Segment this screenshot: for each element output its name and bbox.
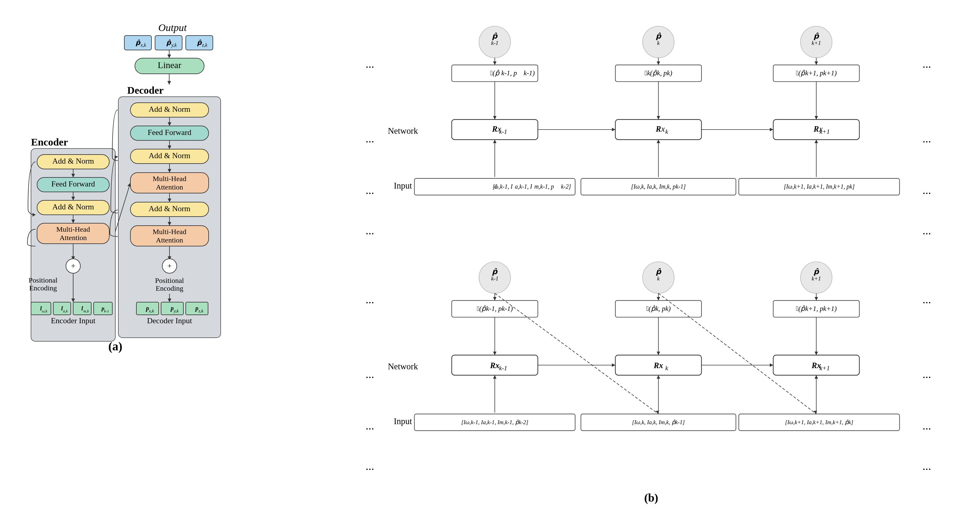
svg-text:𝓛(p̂k+1, pk+1): 𝓛(p̂k+1, pk+1) bbox=[796, 69, 837, 77]
svg-text:Multi-Head: Multi-Head bbox=[56, 225, 90, 233]
svg-text:p̂: p̂ bbox=[655, 268, 662, 276]
svg-text:Positional: Positional bbox=[155, 277, 184, 284]
svg-text:Output: Output bbox=[158, 22, 187, 33]
svg-text:p̂: p̂ bbox=[813, 32, 819, 40]
svg-text:p̂: p̂ bbox=[135, 39, 141, 46]
svg-text:Encoder Input: Encoder Input bbox=[51, 316, 95, 325]
svg-text:Encoder: Encoder bbox=[31, 137, 68, 148]
svg-text:p: p bbox=[145, 305, 149, 312]
architecture-diagram: Output p̂ x,k p̂ y,k p̂ z,k Linear D bbox=[25, 19, 320, 507]
svg-marker-235 bbox=[770, 363, 773, 366]
svg-text:k-1: k-1 bbox=[499, 128, 507, 135]
left-panel: Output p̂ x,k p̂ y,k p̂ z,k Linear D bbox=[21, 19, 325, 513]
svg-text:Network: Network bbox=[388, 362, 418, 371]
svg-marker-213 bbox=[657, 375, 660, 378]
svg-text:k+1: k+1 bbox=[819, 365, 829, 372]
svg-text:p̂: p̂ bbox=[655, 32, 662, 40]
svg-text:Attention: Attention bbox=[156, 236, 183, 244]
svg-text:m,k: m,k bbox=[83, 309, 89, 313]
svg-text:···: ··· bbox=[366, 61, 374, 73]
svg-text:k: k bbox=[665, 128, 668, 135]
svg-text:𝓛k(p̂k, pk): 𝓛k(p̂k, pk) bbox=[644, 69, 672, 77]
svg-text:R: R bbox=[492, 124, 497, 134]
svg-marker-128 bbox=[493, 140, 496, 143]
svg-text:[Iω,k, Ia,k, Im,k, p̂k-1]: [Iω,k, Ia,k, Im,k, p̂k-1] bbox=[632, 419, 685, 425]
svg-marker-144 bbox=[657, 116, 660, 119]
svg-marker-140 bbox=[657, 61, 660, 65]
svg-text:m,k-1, p: m,k-1, p bbox=[534, 183, 554, 190]
svg-text:k: k bbox=[657, 40, 660, 46]
svg-text:Add & Norm: Add & Norm bbox=[52, 157, 94, 166]
svg-text:···: ··· bbox=[923, 135, 931, 148]
svg-text:[Iω,k+1, Ia,k+1, Im,k+1, p̂k]: [Iω,k+1, Ia,k+1, Im,k+1, p̂k] bbox=[785, 419, 853, 425]
svg-text:𝓛(p̂k-1, pk-1): 𝓛(p̂k-1, pk-1) bbox=[477, 305, 513, 312]
svg-text:···: ··· bbox=[366, 463, 374, 475]
svg-marker-150 bbox=[657, 140, 660, 143]
svg-text:p̂: p̂ bbox=[197, 39, 202, 46]
svg-marker-224 bbox=[815, 352, 818, 355]
svg-marker-11 bbox=[167, 54, 171, 58]
svg-marker-204 bbox=[657, 297, 660, 300]
svg-text:(b): (b) bbox=[644, 491, 658, 504]
svg-text:z,k: z,k bbox=[198, 309, 203, 313]
svg-text:···: ··· bbox=[923, 422, 931, 435]
svg-text:Add & Norm: Add & Norm bbox=[52, 202, 94, 211]
svg-marker-233 bbox=[612, 363, 615, 366]
svg-text:k-1, p: k-1, p bbox=[501, 69, 517, 77]
svg-text:Input: Input bbox=[394, 416, 412, 426]
svg-text:Add & Norm: Add & Norm bbox=[148, 204, 190, 213]
svg-text:···: ··· bbox=[923, 371, 931, 383]
svg-marker-115 bbox=[493, 61, 496, 65]
svg-text:Encoding: Encoding bbox=[29, 284, 57, 292]
svg-text:z,k: z,k bbox=[202, 43, 207, 48]
svg-text:a,k: a,k bbox=[63, 309, 68, 313]
svg-text:+: + bbox=[71, 261, 75, 270]
svg-text:y,k: y,k bbox=[171, 43, 177, 48]
svg-text:···: ··· bbox=[366, 135, 374, 148]
svg-text:k-1: k-1 bbox=[491, 40, 498, 46]
svg-text:[Iω,k+1, Ia,k+1, Im,k+1, pk]: [Iω,k+1, Ia,k+1, Im,k+1, pk] bbox=[784, 183, 854, 190]
svg-marker-167 bbox=[815, 140, 818, 143]
svg-marker-161 bbox=[815, 116, 818, 119]
svg-marker-208 bbox=[657, 352, 660, 355]
svg-text:k: k bbox=[665, 365, 668, 372]
svg-text:···: ··· bbox=[923, 296, 931, 309]
svg-marker-186 bbox=[493, 297, 496, 300]
inference-diagram: ··· ··· ··· ··· ··· ··· ··· ··· p̂ k-1 𝓛… bbox=[343, 19, 960, 255]
svg-text:k-1: k-1 bbox=[491, 276, 498, 282]
svg-marker-229 bbox=[815, 375, 818, 378]
svg-text:y,k: y,k bbox=[173, 309, 178, 313]
svg-text:x,k: x,k bbox=[140, 43, 146, 48]
svg-text:Network: Network bbox=[388, 126, 418, 135]
svg-text:···: ··· bbox=[366, 227, 374, 240]
svg-text:[Iω,k-1, Ia,k-1, Im,k-1, p̂k-2: [Iω,k-1, Ia,k-1, Im,k-1, p̂k-2] bbox=[461, 419, 528, 425]
svg-text:···: ··· bbox=[923, 463, 931, 475]
svg-text:Multi-Head: Multi-Head bbox=[153, 228, 186, 236]
svg-text:R: R bbox=[655, 124, 661, 134]
svg-text:k-2]: k-2] bbox=[561, 183, 571, 190]
svg-text:p: p bbox=[170, 305, 174, 312]
svg-text:p̂: p̂ bbox=[813, 268, 819, 276]
svg-text:Attention: Attention bbox=[59, 234, 87, 242]
svg-text:k+1: k+1 bbox=[819, 128, 829, 135]
svg-text:···: ··· bbox=[366, 371, 374, 383]
svg-text:Rx: Rx bbox=[653, 361, 663, 370]
svg-text:k: k bbox=[657, 276, 660, 282]
svg-marker-171 bbox=[612, 128, 615, 131]
svg-text:Positional: Positional bbox=[28, 276, 57, 284]
svg-text:k+1: k+1 bbox=[811, 40, 821, 46]
svg-text:Decoder: Decoder bbox=[127, 84, 164, 96]
svg-text:Multi-Head: Multi-Head bbox=[153, 175, 186, 183]
svg-text:x,k: x,k bbox=[148, 309, 154, 313]
svg-text:ω,k-1, I: ω,k-1, I bbox=[494, 183, 513, 190]
svg-marker-173 bbox=[770, 128, 773, 131]
svg-text:Linear: Linear bbox=[158, 60, 181, 70]
svg-text:x: x bbox=[661, 124, 665, 134]
svg-marker-157 bbox=[815, 61, 818, 65]
svg-text:+: + bbox=[167, 261, 172, 270]
svg-text:···: ··· bbox=[923, 61, 931, 73]
main-container: Output p̂ x,k p̂ y,k p̂ z,k Linear D bbox=[8, 7, 972, 525]
svg-text:Add & Norm: Add & Norm bbox=[148, 151, 190, 160]
svg-text:···: ··· bbox=[923, 227, 931, 240]
svg-text:𝓛(p̂: 𝓛(p̂ bbox=[490, 69, 500, 77]
